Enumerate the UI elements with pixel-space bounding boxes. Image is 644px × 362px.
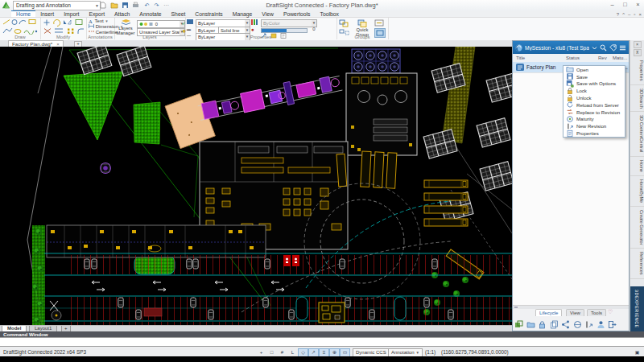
units-icon[interactable]: ▭ <box>340 348 350 357</box>
tray-icon[interactable]: ▣ <box>632 348 642 357</box>
command-window-header[interactable]: Command Window <box>0 331 644 337</box>
mysession-panel: MySession - xlu8 (Test Space) (... Title… <box>512 40 630 331</box>
document-tab[interactable]: Factory Plan.dwg*× <box>8 40 64 47</box>
favorite-heart-icon[interactable]: ♡ <box>608 309 613 315</box>
chevron-down-icon: ▼ <box>415 351 419 355</box>
draw-tools-icons[interactable] <box>2 19 39 35</box>
tag-icon[interactable] <box>609 44 617 51</box>
footer-tab-tools[interactable]: Tools <box>587 309 606 316</box>
column-title[interactable]: Title <box>516 56 525 60</box>
side-tab-create-generator[interactable]: Create Generator <box>630 207 644 249</box>
ribbon-collapse-icon[interactable]: ^ <box>622 12 625 17</box>
footer-tab-view[interactable]: View <box>566 309 584 316</box>
tab-annotate[interactable]: Annotate <box>134 10 166 17</box>
annotation-scale-combo[interactable]: Annotation ▼ <box>388 348 423 357</box>
group-layers: Layers Manager 0▼ Unsaved Layer State▼ ✓… <box>114 18 186 39</box>
modify-tools-icons[interactable] <box>42 19 85 35</box>
tab-home[interactable]: Home <box>11 10 35 17</box>
column-maturity[interactable]: Matu... <box>613 56 627 60</box>
maximize-button[interactable]: □ <box>619 0 631 9</box>
text-tool[interactable]: A Text ▼ <box>89 19 109 23</box>
minimize-button[interactable]: – <box>606 0 618 9</box>
close-button[interactable]: × <box>632 0 644 9</box>
undo-icon[interactable]: ↶ <box>142 2 151 10</box>
panel-pin-icon[interactable]: ⊼ <box>634 49 642 56</box>
tab-sheet[interactable]: Sheet <box>167 10 191 17</box>
group-label-layers: Layers <box>114 35 185 39</box>
redo-icon[interactable]: ↷ <box>152 2 161 10</box>
doc-close-icon[interactable]: × <box>638 12 642 17</box>
etrack-icon[interactable]: ↗ <box>308 348 319 357</box>
coordinates-label: (1160.6275,794.0891,0.0000) <box>441 349 509 355</box>
dynamic-input-icon[interactable]: ⊕ <box>329 348 340 357</box>
explore-icon[interactable] <box>514 320 523 329</box>
scale-label: (1:1) <box>425 349 436 355</box>
new-revision-icon[interactable] <box>584 320 593 329</box>
footer-tab-lifecycle[interactable]: Lifecycle <box>535 309 562 316</box>
no-plot-icon[interactable]: ● <box>251 27 254 32</box>
open-file-icon[interactable] <box>110 2 119 10</box>
search-icon[interactable] <box>600 44 607 51</box>
lock-icon[interactable] <box>538 320 547 329</box>
side-tab-homebyme[interactable]: HomeByMe <box>630 176 644 207</box>
doc-minimize-icon[interactable]: – <box>628 12 630 17</box>
collaborator-icon[interactable] <box>597 320 605 329</box>
side-tab-references[interactable]: References <box>630 249 644 279</box>
help-icon[interactable]: ? <box>617 12 619 17</box>
open-folder-icon[interactable] <box>526 320 535 329</box>
menu-item-properties[interactable]: Properties <box>564 130 625 137</box>
revisions-icon[interactable] <box>550 320 559 329</box>
horizontal-scrollbar[interactable] <box>513 305 629 309</box>
grid-icon[interactable]: # <box>277 348 287 357</box>
side-tab-3dsearch[interactable]: 3DSearch <box>630 85 644 113</box>
qat-customize-icon[interactable]: ⋯ <box>162 2 171 10</box>
group-icon[interactable] <box>339 19 349 28</box>
edit-group-icon[interactable] <box>374 19 384 27</box>
title-bar: Drafting and Annotation▼ ↶ ↷ ⋯ DraftSigh… <box>0 0 644 11</box>
transparency-slider[interactable] <box>261 28 308 33</box>
print-icon[interactable] <box>132 2 141 10</box>
tab-manage[interactable]: Manage <box>228 10 258 17</box>
dynamic-ccs-button[interactable]: Dynamic CCS <box>353 348 390 357</box>
column-rev[interactable]: Rev <box>598 56 607 60</box>
save-icon[interactable] <box>122 2 130 10</box>
tab-insert[interactable]: Insert <box>35 10 59 17</box>
draftsight-window: Drafting and Annotation▼ ↶ ↷ ⋯ DraftSigh… <box>0 0 644 362</box>
quick-group-icon <box>357 19 367 27</box>
panel-header: MySession - xlu8 (Test Space) (... <box>513 41 629 54</box>
doc-restore-icon[interactable]: ▫ <box>634 12 635 17</box>
tab-constraints[interactable]: Constraints <box>190 10 227 17</box>
tab-import[interactable]: Import <box>59 10 84 17</box>
tab-toolbox[interactable]: Toolbox <box>316 10 344 17</box>
tab-attach[interactable]: Attach <box>109 10 134 17</box>
chevron-down-icon: ▼ <box>105 19 108 23</box>
pointer-snap-icon[interactable]: + <box>256 348 266 357</box>
color-palette-icon[interactable] <box>251 19 258 25</box>
workspace-selector[interactable]: Drafting and Annotation▼ <box>13 1 101 10</box>
panel-close-icon[interactable]: × <box>634 41 642 48</box>
new-file-icon[interactable] <box>100 2 109 10</box>
side-tab-properties[interactable]: Properties <box>630 57 644 85</box>
maturity-icon[interactable] <box>573 320 582 329</box>
layer-combo[interactable]: 0▼ <box>137 20 185 28</box>
polar-icon[interactable]: ◇ <box>298 348 308 357</box>
chevron-down-icon: ▼ <box>312 20 316 27</box>
side-tab-3dcontentcentral[interactable]: 3D ContentCentral <box>630 112 644 156</box>
hamburger-menu-icon[interactable] <box>619 44 626 51</box>
entity-snap-icon[interactable]: □ <box>266 348 277 357</box>
layers-manager-button[interactable]: Layers Manager <box>116 19 135 35</box>
tab-export[interactable]: Export <box>84 10 109 17</box>
exit-icon[interactable] <box>608 320 617 329</box>
command-input[interactable] <box>0 337 644 347</box>
tab-view[interactable]: View <box>257 10 279 17</box>
share-icon[interactable] <box>561 320 570 329</box>
side-tab-home[interactable]: Home <box>630 157 644 176</box>
tab-powertools[interactable]: Powertools <box>279 10 316 17</box>
chevron-down-icon[interactable] <box>592 44 597 51</box>
column-status[interactable]: Status <box>566 56 580 60</box>
document-tab-label: Factory Plan.dwg* <box>12 41 52 47</box>
ortho-icon[interactable]: L <box>287 348 298 357</box>
chevron-down-icon: ▼ <box>95 2 99 10</box>
lineweight-icon[interactable]: ≡ <box>319 348 329 357</box>
3dexperience-brand-tab[interactable]: 3DEXPERIENCE <box>630 286 644 331</box>
